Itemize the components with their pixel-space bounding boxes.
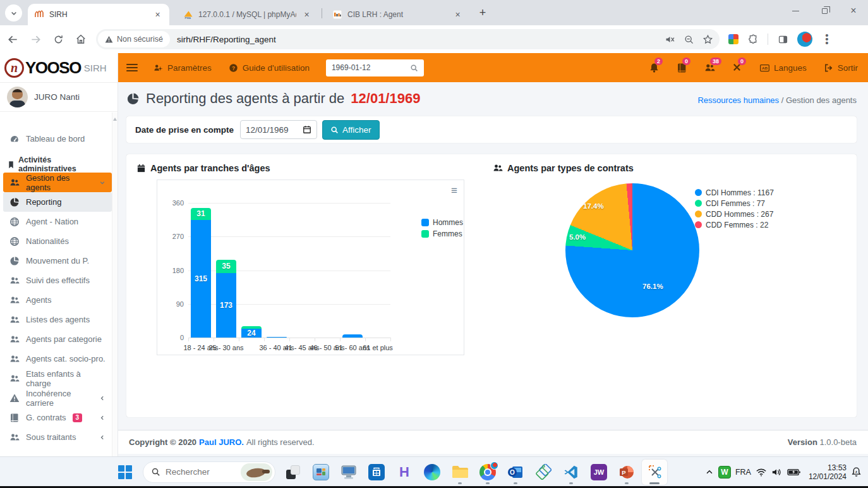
bookmark-button[interactable] xyxy=(698,30,717,49)
search-icon[interactable] xyxy=(410,64,418,72)
pie-chart[interactable]: 76.1% 5.0% 17.4% xyxy=(565,183,699,317)
bar-segment-femmes[interactable]: 31 xyxy=(191,208,211,219)
navbar-langues[interactable]: AB Langues xyxy=(760,63,807,73)
afficher-button[interactable]: Afficher xyxy=(322,120,380,140)
bar-segment-hommes[interactable]: 24 xyxy=(241,329,262,338)
breadcrumb-link[interactable]: Ressources humaines xyxy=(697,95,779,105)
browser-menu-button[interactable]: ••• xyxy=(817,30,836,49)
brand[interactable]: n YOOSO SIRH xyxy=(0,53,118,83)
security-chip[interactable]: Non sécurisé xyxy=(98,31,170,47)
notifications-button[interactable]: 2 xyxy=(649,63,660,73)
zoom-level-button[interactable] xyxy=(679,30,698,49)
tab-muted-button[interactable] xyxy=(660,30,679,49)
sidebar-item-incoherence-carriere[interactable]: Incohérence carriere xyxy=(3,388,112,408)
tab-close-icon[interactable]: × xyxy=(452,9,463,20)
window-restore-button[interactable] xyxy=(810,0,839,21)
legend-item-femmes[interactable]: Femmes xyxy=(421,228,463,240)
sidebar-item-nationalites[interactable]: Nationalités xyxy=(3,231,112,251)
volume-icon[interactable] xyxy=(771,467,783,477)
dev-home-app[interactable] xyxy=(531,460,556,485)
taskbar-search-box[interactable] xyxy=(143,461,275,483)
sidebar-toggle-button[interactable] xyxy=(126,62,138,73)
navbar-search-box[interactable] xyxy=(326,59,424,76)
scrollbar-up-arrow[interactable] xyxy=(113,118,117,121)
bar-segment-femmes[interactable] xyxy=(241,326,262,329)
file-explorer-app[interactable] xyxy=(447,460,473,485)
back-button[interactable] xyxy=(3,29,23,49)
user-block[interactable]: JURO Nanti xyxy=(0,83,118,112)
jw-app[interactable]: JW xyxy=(586,460,612,485)
address-bar[interactable]: Non sécurisé sirh/RHF/Reporting_agent xyxy=(96,29,720,49)
sidebar-item-sous-traitants[interactable]: Sous traitants xyxy=(3,427,112,447)
journal-button[interactable]: 0 xyxy=(677,63,687,73)
chart-menu-icon[interactable]: ≡ xyxy=(451,185,457,197)
sidebar-item-agent-nation[interactable]: Agent - Nation xyxy=(3,212,112,231)
edge-app[interactable] xyxy=(419,460,445,485)
control-panel-app[interactable] xyxy=(308,460,334,485)
wampserver-icon[interactable]: W xyxy=(718,466,731,479)
battery-icon[interactable] xyxy=(787,468,800,477)
new-tab-button[interactable]: + xyxy=(475,6,490,21)
window-close-button[interactable]: × xyxy=(839,0,868,21)
legend-item-cdi-femmes[interactable]: CDI Femmes : 77 xyxy=(695,198,774,209)
legend-item-cdd-hommes[interactable]: CDD Hommes : 267 xyxy=(695,209,774,219)
notification-bell-icon[interactable]: z xyxy=(851,467,862,477)
extensions-button[interactable] xyxy=(744,30,763,49)
sidebar-item-suivi-effectifs[interactable]: Suivi des effectifs xyxy=(3,271,112,290)
wifi-icon[interactable] xyxy=(756,467,767,477)
sidebar-scrollbar[interactable] xyxy=(112,113,118,456)
profile-avatar[interactable] xyxy=(797,32,812,47)
navbar-sortir[interactable]: Sortir xyxy=(824,63,858,73)
sidebar-item-etats-enfants[interactable]: Etats enfants à charge xyxy=(3,369,112,388)
online-users-button[interactable]: 38 xyxy=(704,63,715,73)
legend-item-cdi-hommes[interactable]: CDI Hommes : 1167 xyxy=(695,187,774,198)
sidebar-item-listes-agents[interactable]: Listes des agents xyxy=(3,310,112,329)
reload-button[interactable] xyxy=(48,29,68,49)
tab-phpmyadmin[interactable]: PMA 127.0.0.1 / MySQL | phpMyAdm × xyxy=(177,4,318,25)
tab-search-button[interactable] xyxy=(5,4,22,21)
navbar-search-input[interactable] xyxy=(332,63,406,72)
calendar-icon[interactable] xyxy=(303,125,311,134)
microsoft-store-app[interactable] xyxy=(364,460,389,485)
task-view-button[interactable] xyxy=(280,460,306,485)
tab-sirh[interactable]: SIRH × xyxy=(28,4,169,25)
legend-item-cdd-femmes[interactable]: CDD Femmes : 22 xyxy=(695,219,774,230)
sidebar-item-agents[interactable]: Agents xyxy=(3,290,112,310)
sidebar-item-g-contrats[interactable]: G. contrats 3 xyxy=(3,408,112,427)
powerpoint-app[interactable]: P xyxy=(614,460,639,485)
tab-cib-lrh[interactable]: CIB LRH : Agent × xyxy=(326,4,470,25)
tab-close-icon[interactable]: × xyxy=(301,9,312,20)
sidebar-item-tableau-de-bord[interactable]: Tableau de bord xyxy=(3,129,112,149)
bar-segment-hommes[interactable]: 173 xyxy=(216,273,236,338)
legend-item-hommes[interactable]: Hommes xyxy=(421,217,463,228)
navbar-parametres[interactable]: Paramètres xyxy=(154,63,212,73)
search-highlight-image[interactable] xyxy=(241,463,272,481)
bar-segment-hommes[interactable] xyxy=(342,334,363,338)
sidebar-item-agents-socio-pro[interactable]: Agents cat. socio-pro. xyxy=(3,349,112,369)
outlook-app[interactable]: O xyxy=(503,460,528,485)
forward-button[interactable] xyxy=(25,29,45,49)
side-panel-button[interactable] xyxy=(773,30,792,49)
sidebar-item-agents-categorie[interactable]: Agents par categorie xyxy=(3,329,112,349)
extension-icon-colorful[interactable] xyxy=(728,34,738,44)
taskbar-search-input[interactable] xyxy=(166,467,236,477)
footer-author-link[interactable]: Paul JURO. xyxy=(199,437,244,447)
navbar-guide[interactable]: ? Guide d'utilisation xyxy=(229,63,310,73)
chrome-app[interactable] xyxy=(475,460,500,485)
bar-segment-hommes[interactable]: 315 xyxy=(191,220,211,338)
sidebar-item-gestion-des-agents[interactable]: Gestion des agents xyxy=(3,173,112,192)
sidebar-item-reporting[interactable]: Reporting xyxy=(3,192,112,212)
vscode-app[interactable] xyxy=(558,460,584,485)
url-text[interactable]: sirh/RHF/Reporting_agent xyxy=(177,35,660,44)
language-indicator[interactable]: FRA xyxy=(735,468,751,477)
bar-segment-femmes[interactable]: 35 xyxy=(216,260,236,273)
h-app[interactable]: H xyxy=(392,460,417,485)
taskbar-clock[interactable]: 13:53 12/01/2024 xyxy=(809,463,847,481)
start-button[interactable] xyxy=(112,460,138,485)
errors-button[interactable]: 0 xyxy=(732,63,743,73)
my-computer-app[interactable] xyxy=(336,460,361,485)
tab-close-icon[interactable]: × xyxy=(152,9,163,20)
home-button[interactable] xyxy=(71,29,91,49)
tray-expand-chevron[interactable] xyxy=(705,468,714,477)
bar-segment-hommes[interactable] xyxy=(267,337,287,338)
